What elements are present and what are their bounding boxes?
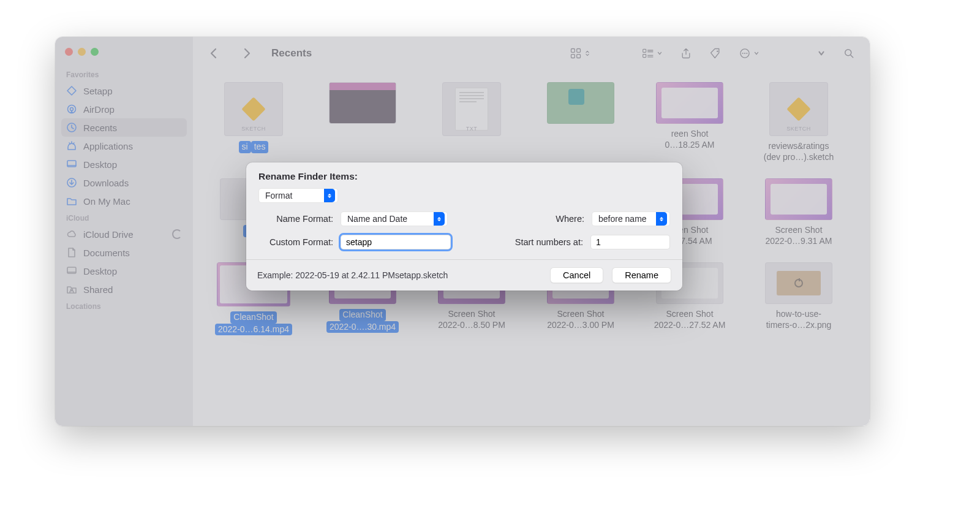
file-thumbnail	[547, 82, 614, 124]
rename-dialog: Rename Finder Items: Format Name Format:…	[246, 162, 682, 291]
svg-point-23	[746, 53, 747, 54]
sidebar-item-label: Documents	[83, 248, 182, 258]
sidebar: FavoritesSetappAirDropRecentsApplication…	[55, 37, 193, 426]
file-name: sites	[239, 141, 269, 153]
sidebar-item-label: Downloads	[83, 178, 182, 188]
sidebar-item-icloud-drive[interactable]: iCloud Drive	[61, 225, 187, 243]
minimize-window-button[interactable]	[78, 48, 86, 56]
fullscreen-window-button[interactable]	[91, 48, 99, 56]
file-thumbnail: SKETCH	[224, 82, 283, 136]
sidebar-section-label: Favorites	[61, 67, 187, 82]
file-thumbnail	[765, 178, 832, 220]
start-numbers-input[interactable]	[590, 235, 670, 249]
downloads-icon	[66, 177, 77, 188]
sidebar-item-label: Recents	[83, 123, 182, 133]
airdrop-icon	[66, 104, 77, 115]
file-item[interactable]: Screen Shot2022-0…9.31 AM	[744, 178, 853, 246]
view-mode-button[interactable]	[566, 45, 594, 62]
sidebar-section-label: iCloud	[61, 210, 187, 225]
file-item[interactable]: SKETCHreviews&ratings(dev pro…).sketch	[744, 82, 853, 162]
sidebar-item-label: Shared	[83, 284, 182, 295]
sidebar-item-on-my-mac[interactable]: On My Mac	[61, 192, 187, 210]
documents-icon	[66, 247, 77, 258]
custom-format-input[interactable]	[341, 235, 451, 249]
sidebar-item-setapp[interactable]: Setapp	[61, 82, 187, 100]
chevron-down-icon	[657, 50, 663, 56]
name-format-label: Name Format:	[258, 214, 333, 224]
sidebar-item-label: Desktop	[83, 159, 182, 170]
file-item[interactable]: SKETCHsites	[199, 82, 308, 162]
forward-button[interactable]	[237, 45, 257, 62]
file-name: Screen Shot2022-0…3.00 PM	[547, 309, 614, 330]
file-item[interactable]: reen Shot0…18.25 AM	[635, 82, 744, 162]
sidebar-item-desktop[interactable]: Desktop	[61, 262, 187, 280]
rename-mode-select[interactable]: Format	[258, 188, 338, 203]
chevron-down-icon	[753, 50, 760, 56]
sidebar-item-applications[interactable]: Applications	[61, 137, 187, 155]
svg-rect-14	[643, 55, 646, 58]
select-arrows-icon	[656, 212, 667, 226]
sidebar-section-label: Locations	[61, 299, 187, 313]
file-name: reen Shot0…18.25 AM	[665, 129, 715, 150]
sidebar-item-airdrop[interactable]: AirDrop	[61, 100, 187, 118]
file-item[interactable]: how-to-use-timers-o…2x.png	[744, 262, 853, 335]
svg-rect-11	[571, 55, 575, 58]
sidebar-item-shared[interactable]: Shared	[61, 280, 187, 299]
share-button[interactable]	[676, 45, 696, 62]
back-button[interactable]	[204, 45, 224, 62]
clock-icon	[66, 122, 77, 133]
desktop-icon	[66, 159, 77, 170]
file-item[interactable]	[308, 82, 417, 162]
svg-point-22	[744, 53, 745, 54]
svg-point-1	[70, 108, 74, 111]
group-button[interactable]	[638, 45, 666, 62]
name-format-value: Name and Date	[347, 214, 407, 224]
file-name: CleanShot2022-0…6.14.mp4	[205, 311, 303, 335]
toolbar: Recents	[193, 37, 870, 70]
close-window-button[interactable]	[65, 48, 73, 56]
sidebar-item-label: iCloud Drive	[83, 229, 166, 240]
window-controls	[61, 45, 187, 67]
file-name: CleanShot2022-0….30.mp4	[314, 309, 412, 333]
apps-icon	[66, 140, 77, 151]
sidebar-item-recents[interactable]: Recents	[61, 118, 187, 137]
dialog-title: Rename Finder Items:	[246, 162, 682, 188]
name-format-select[interactable]: Name and Date	[341, 211, 448, 226]
svg-rect-12	[577, 55, 581, 58]
file-thumbnail	[329, 82, 396, 124]
action-button[interactable]	[735, 45, 763, 62]
search-button[interactable]	[839, 45, 859, 62]
start-numbers-label: Start numbers at:	[515, 237, 583, 247]
sidebar-item-downloads[interactable]: Downloads	[61, 173, 187, 192]
svg-point-21	[742, 53, 744, 54]
window-title: Recents	[271, 47, 312, 59]
sidebar-item-desktop[interactable]: Desktop	[61, 155, 187, 173]
svg-point-19	[717, 50, 718, 52]
file-thumbnail	[765, 262, 832, 304]
sidebar-item-label: AirDrop	[83, 104, 182, 115]
select-arrows-icon	[324, 189, 335, 202]
rename-button[interactable]: Rename	[612, 267, 671, 283]
where-value: before name	[598, 214, 647, 224]
file-item[interactable]	[526, 82, 635, 162]
setapp-icon	[66, 85, 77, 96]
cancel-button[interactable]: Cancel	[550, 267, 603, 283]
file-name: Screen Shot2022-0…8.50 PM	[438, 309, 505, 330]
where-select[interactable]: before name	[592, 211, 670, 226]
svg-point-24	[845, 50, 851, 56]
file-name: how-to-use-timers-o…2x.png	[766, 309, 832, 330]
file-item[interactable]: TXT	[417, 82, 526, 162]
file-name: reviews&ratings(dev pro…).sketch	[764, 141, 834, 162]
tags-button[interactable]	[706, 45, 725, 62]
rename-mode-value: Format	[265, 191, 292, 200]
svg-rect-9	[571, 49, 575, 53]
expand-button[interactable]	[813, 47, 829, 60]
updown-icon	[584, 50, 590, 56]
where-label: Where:	[556, 214, 584, 224]
sidebar-item-documents[interactable]: Documents	[61, 243, 187, 262]
cloud-icon	[66, 229, 77, 240]
shared-icon	[66, 284, 77, 295]
folder-icon	[66, 196, 77, 207]
svg-rect-10	[577, 49, 581, 53]
sync-progress-icon	[172, 229, 182, 239]
